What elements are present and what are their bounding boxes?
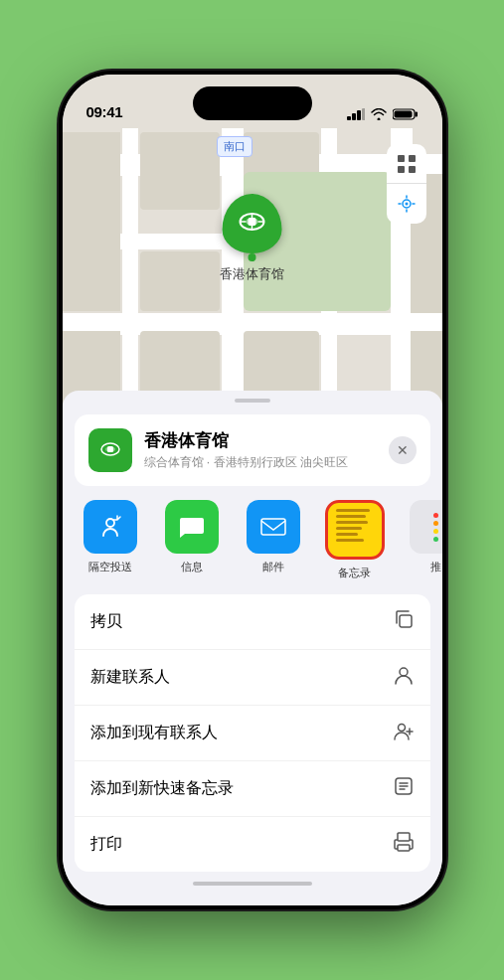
svg-rect-9 [398,166,405,173]
pin-label: 香港体育馆 [220,265,284,283]
new-contact-label: 新建联系人 [90,667,170,688]
svg-rect-10 [409,166,416,173]
venue-card: 香港体育馆 综合体育馆 · 香港特别行政区 油尖旺区 ✕ [75,414,430,486]
svg-rect-0 [347,116,351,120]
action-airdrop[interactable]: 隔空投送 [75,500,146,580]
quick-memo-label: 添加到新快速备忘录 [90,778,234,799]
venue-info: 香港体育馆 综合体育馆 · 香港特别行政区 油尖旺区 [144,429,377,471]
actions-row: 隔空投送 信息 [63,486,442,584]
svg-rect-6 [394,111,412,118]
action-more[interactable]: 推 [401,500,442,580]
menu-item-print[interactable]: 打印 [75,817,430,872]
print-label: 打印 [90,834,122,855]
phone-frame: 09:41 [59,71,446,909]
status-icons [347,108,419,120]
map-pin: 香港体育馆 [220,194,284,283]
person-add-icon [393,720,415,746]
venue-subtitle: 综合体育馆 · 香港特别行政区 油尖旺区 [144,454,377,471]
action-mail[interactable]: 邮件 [238,500,309,580]
venue-name: 香港体育馆 [144,429,377,452]
svg-point-26 [398,725,405,732]
svg-rect-31 [398,845,410,851]
map-layers-button[interactable] [387,144,426,184]
airdrop-label: 隔空投送 [88,560,132,574]
map-label-south: 南口 [217,136,252,157]
menu-item-copy[interactable]: 拷贝 [75,594,430,650]
action-notes[interactable]: 备忘录 [319,500,391,580]
svg-rect-24 [400,615,412,627]
notes-icon [325,500,385,560]
menu-item-add-contact[interactable]: 添加到现有联系人 [75,706,430,761]
menu-item-quick-memo[interactable]: 添加到新快速备忘录 [75,761,430,817]
signal-icon [347,108,365,120]
person-icon [393,664,415,691]
mail-label: 邮件 [262,560,284,574]
svg-rect-23 [261,519,285,535]
print-icon [393,831,415,858]
notes-label: 备忘录 [338,566,371,580]
venue-icon [88,428,132,472]
close-button[interactable]: ✕ [389,436,417,464]
svg-rect-21 [107,446,113,452]
menu-list: 拷贝 新建联系人 [75,594,430,872]
pin-icon [223,194,282,253]
sheet-handle [235,399,270,403]
more-label: 推 [430,560,441,574]
status-time: 09:41 [86,103,123,120]
wifi-icon [371,108,387,120]
dynamic-island [193,86,312,120]
svg-point-25 [400,668,408,676]
copy-icon [393,608,415,635]
dot-yellow [433,529,438,534]
svg-rect-32 [398,833,410,841]
memo-icon [393,775,415,802]
svg-rect-7 [398,155,405,162]
location-button[interactable] [387,184,426,224]
messages-label: 信息 [181,560,203,574]
menu-item-new-contact[interactable]: 新建联系人 [75,650,430,706]
svg-rect-8 [409,155,416,162]
svg-rect-3 [362,108,365,120]
svg-rect-2 [357,110,361,120]
phone-screen: 09:41 [63,75,442,905]
more-icon [410,500,442,554]
svg-point-12 [405,203,408,206]
home-indicator [193,882,312,886]
copy-label: 拷贝 [90,611,122,632]
dot-green [433,537,438,542]
dot-red [433,513,438,518]
bottom-sheet: 香港体育馆 综合体育馆 · 香港特别行政区 油尖旺区 ✕ 隔 [63,391,442,905]
airdrop-icon [84,500,137,554]
svg-rect-5 [415,112,418,117]
battery-icon [393,108,419,120]
svg-rect-1 [352,113,356,120]
mail-icon [247,500,300,554]
map-controls [387,144,426,224]
add-contact-label: 添加到现有联系人 [90,723,218,743]
messages-icon [165,500,219,554]
dot-orange [433,521,438,526]
action-messages[interactable]: 信息 [156,500,228,580]
